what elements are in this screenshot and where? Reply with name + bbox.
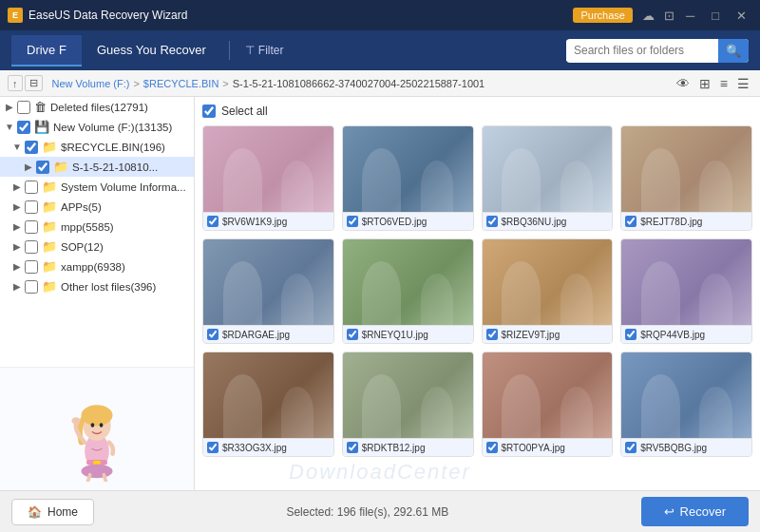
- search-input[interactable]: [566, 40, 718, 61]
- sidebar-item-deleted-files[interactable]: ▶ 🗑 Deleted files(12791): [0, 97, 194, 117]
- file-thumb-item[interactable]: $RNEYQ1U.jpg: [342, 238, 474, 344]
- grid-view-button[interactable]: ⊞: [696, 75, 713, 92]
- thumb-checkbox[interactable]: [625, 216, 636, 227]
- file-thumb-item[interactable]: $RTO6VED.jpg: [342, 125, 474, 231]
- tab-guess-recover-label: Guess You Recover: [97, 43, 206, 57]
- select-all-label: Select all: [221, 104, 268, 118]
- filter-button[interactable]: ⊤ Filter: [238, 40, 292, 61]
- checkbox-other[interactable]: [25, 280, 38, 294]
- sidebar-item-mpp[interactable]: ▶ 📁 mpp(5585): [0, 217, 194, 237]
- sidebar-item-sid[interactable]: ▶ 📁 S-1-5-21-10810...: [0, 157, 194, 177]
- thumb-image: [483, 126, 613, 212]
- thumb-checkbox[interactable]: [347, 329, 358, 340]
- search-button[interactable]: 🔍: [718, 39, 749, 63]
- thumb-filename: $REJT78D.jpg: [640, 217, 702, 227]
- checkbox-sid[interactable]: [36, 161, 49, 174]
- recycle-bin-icon: 📁: [42, 140, 57, 154]
- file-thumb-item[interactable]: $RTO0PYA.jpg: [482, 352, 614, 457]
- toggle-icon: ▼: [11, 142, 23, 152]
- thumb-checkbox[interactable]: [347, 216, 358, 227]
- breadcrumb-recycle[interactable]: $RECYCLE.BIN: [143, 78, 218, 89]
- breadcrumb-volume[interactable]: New Volume (F:): [52, 78, 130, 89]
- breadcrumb-sep1: >: [133, 78, 139, 89]
- thumb-image: [343, 239, 473, 325]
- thumb-image: [343, 352, 473, 438]
- sidebar-item-xampp[interactable]: ▶ 📁 xampp(6938): [0, 256, 194, 276]
- svg-point-7: [82, 405, 113, 426]
- thumb-checkbox[interactable]: [486, 329, 498, 340]
- checkbox-sop[interactable]: [25, 240, 38, 254]
- preview-view-button[interactable]: 👁: [674, 75, 693, 92]
- checkbox-apps[interactable]: [25, 200, 38, 214]
- search-box: 🔍: [566, 39, 749, 63]
- home-button[interactable]: 🏠 Home: [11, 499, 94, 525]
- sidebar-item-system-volume[interactable]: ▶ 📁 System Volume Informa...: [0, 177, 194, 197]
- filter-label: Filter: [258, 44, 284, 57]
- checkbox-deleted-files[interactable]: [17, 101, 30, 114]
- thumb-image: [621, 239, 751, 325]
- filter-icon: ⊤: [245, 44, 255, 57]
- minimize-button[interactable]: ─: [680, 7, 700, 25]
- checkbox-system-volume[interactable]: [25, 180, 38, 194]
- close-button[interactable]: ✕: [731, 7, 752, 25]
- thumb-checkbox[interactable]: [486, 442, 498, 453]
- checkbox-mpp[interactable]: [25, 220, 38, 234]
- home-nav-button[interactable]: ⊟: [25, 75, 43, 91]
- file-thumb-item[interactable]: $RV6W1K9.jpg: [202, 125, 334, 231]
- thumb-label: $REJT78D.jpg: [621, 212, 751, 230]
- sidebar: ▶ 🗑 Deleted files(12791) ▼ 💾 New Volume …: [0, 97, 195, 490]
- purchase-button[interactable]: Purchase: [573, 8, 632, 23]
- other-label: Other lost files(396): [61, 281, 190, 293]
- checkbox-recycle-bin[interactable]: [25, 141, 38, 154]
- sidebar-item-other[interactable]: ▶ 📁 Other lost files(396): [0, 276, 194, 296]
- thumb-checkbox[interactable]: [625, 329, 636, 340]
- thumb-checkbox[interactable]: [347, 442, 358, 453]
- list-view-button[interactable]: ≡: [717, 75, 731, 92]
- thumb-label: $RDARGAE.jpg: [203, 325, 333, 343]
- maximize-button[interactable]: □: [706, 7, 725, 25]
- sidebar-item-sop[interactable]: ▶ 📁 SOP(12): [0, 237, 194, 256]
- svg-point-9: [100, 423, 104, 428]
- thumb-label: $RIZEV9T.jpg: [483, 325, 613, 343]
- file-thumb-item[interactable]: $RBQ36NU.jpg: [482, 125, 614, 231]
- thumb-checkbox[interactable]: [207, 442, 218, 453]
- app-title: EaseUS Data Recovery Wizard: [28, 9, 187, 22]
- sid-label: S-1-5-21-10810...: [72, 162, 190, 173]
- back-button[interactable]: ↑: [8, 75, 23, 91]
- thumb-filename: $RV6W1K9.jpg: [222, 217, 287, 227]
- tab-drive-f[interactable]: Drive F: [11, 35, 82, 66]
- file-thumb-item[interactable]: $REJT78D.jpg: [620, 125, 752, 231]
- recover-button[interactable]: ↩ Recover: [641, 497, 749, 526]
- sidebar-item-recycle-bin[interactable]: ▼ 📁 $RECYCLE.BIN(196): [0, 137, 194, 157]
- file-thumb-item[interactable]: $R33OG3X.jpg: [202, 352, 334, 457]
- file-area: Select all $RV6W1K9.jpg $RTO6VED.jpg: [195, 97, 760, 490]
- thumb-checkbox[interactable]: [207, 216, 218, 227]
- svg-rect-2: [93, 461, 100, 465]
- breadcrumb-sep2: >: [222, 78, 228, 89]
- sidebar-item-new-volume[interactable]: ▼ 💾 New Volume (F:)(13135): [0, 117, 194, 137]
- tab-guess-recover[interactable]: Guess You Recover: [82, 35, 221, 66]
- recover-label: Recover: [680, 504, 726, 519]
- thumb-checkbox[interactable]: [486, 216, 498, 227]
- file-thumb-item[interactable]: $RDARGAE.jpg: [202, 238, 334, 344]
- mpp-label: mpp(5585): [61, 221, 190, 233]
- file-thumb-item[interactable]: $RIZEV9T.jpg: [482, 238, 614, 344]
- breadcrumb-bar: ↑ ⊟ New Volume (F:) > $RECYCLE.BIN > S-1…: [0, 70, 760, 97]
- sidebar-item-apps[interactable]: ▶ 📁 APPs(5): [0, 197, 194, 217]
- select-all-checkbox[interactable]: [202, 104, 216, 118]
- thumb-image: [203, 239, 333, 325]
- checkbox-xampp[interactable]: [25, 260, 38, 274]
- bottom-bar: 🏠 Home DownloadCenter Selected: 196 file…: [0, 490, 760, 532]
- file-thumb-item[interactable]: $RQP44VB.jpg: [620, 238, 752, 344]
- home-icon: 🏠: [28, 505, 42, 519]
- thumb-label: $RBQ36NU.jpg: [483, 212, 613, 230]
- file-thumb-item[interactable]: $RV5BQBG.jpg: [620, 352, 752, 457]
- thumb-checkbox[interactable]: [207, 329, 218, 340]
- toggle-icon: ▶: [11, 201, 23, 212]
- file-thumb-item[interactable]: $RDKTB12.jpg: [342, 352, 474, 457]
- toggle-icon: ▶: [11, 261, 23, 272]
- deleted-files-label: Deleted files(12791): [50, 102, 190, 113]
- detail-view-button[interactable]: ☰: [734, 75, 752, 92]
- thumb-checkbox[interactable]: [625, 442, 636, 453]
- checkbox-new-volume[interactable]: [17, 121, 30, 134]
